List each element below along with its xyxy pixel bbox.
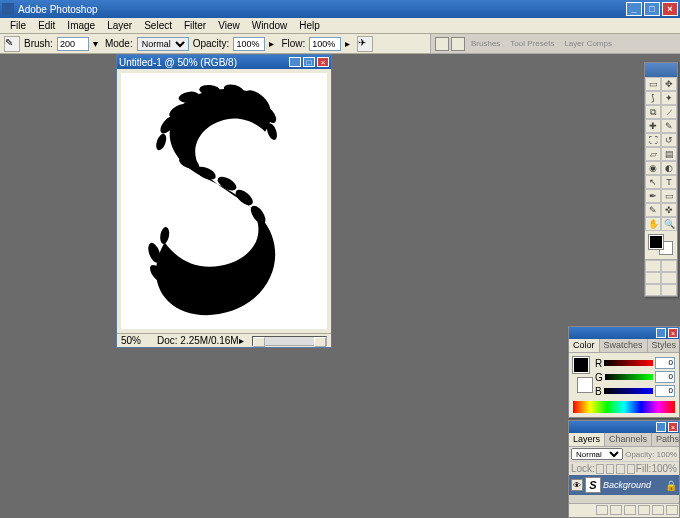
layer-row[interactable]: 👁 Background 🔒 [569, 475, 679, 495]
b-slider[interactable] [604, 388, 653, 394]
menu-view[interactable]: View [212, 20, 246, 31]
layer-visibility-icon[interactable]: 👁 [571, 479, 583, 491]
layer-style-button[interactable] [596, 505, 608, 515]
brush-size-field[interactable]: 200 [57, 37, 89, 51]
palette-well-toggle[interactable] [451, 37, 465, 51]
document-close-button[interactable]: × [317, 57, 329, 67]
tab-layers[interactable]: Layers [569, 433, 605, 446]
menu-select[interactable]: Select [138, 20, 178, 31]
screen-full-icon[interactable] [645, 284, 661, 296]
tab-paths[interactable]: Paths [652, 433, 680, 446]
color-panel-close-button[interactable]: × [668, 328, 678, 338]
layers-panel-minimize-button[interactable]: _ [656, 422, 666, 432]
foreground-color-swatch[interactable] [649, 235, 663, 249]
airbrush-toggle-icon[interactable]: ✈ [357, 36, 373, 52]
document-minimize-button[interactable]: _ [289, 57, 301, 67]
crop-tool-icon[interactable]: ⧉ [645, 105, 661, 119]
marquee-tool-icon[interactable]: ▭ [645, 77, 661, 91]
document-maximize-button[interactable]: □ [303, 57, 315, 67]
eyedropper-tool-icon[interactable]: ✜ [661, 203, 677, 217]
toolbox[interactable]: ▭ ✥ ⟆ ✦ ⧉ ⟋ ✚ ✎ ⛶ ↺ ▱ ▤ ◉ ◐ ↖ T ✒ ▭ ✎ ✜ … [644, 62, 678, 297]
menu-filter[interactable]: Filter [178, 20, 212, 31]
hand-tool-icon[interactable]: ✋ [645, 217, 661, 231]
layer-thumbnail[interactable] [585, 477, 601, 493]
r-slider[interactable] [604, 360, 653, 366]
path-select-icon[interactable]: ↖ [645, 175, 661, 189]
gradient-tool-icon[interactable]: ▤ [661, 147, 677, 161]
lock-all-icon[interactable] [627, 464, 635, 474]
fill-value[interactable]: 100% [651, 463, 677, 474]
eraser-tool-icon[interactable]: ▱ [645, 147, 661, 161]
g-value[interactable]: 0 [655, 371, 675, 383]
brush-preset-dropdown-icon[interactable]: ▾ [93, 38, 101, 49]
notes-tool-icon[interactable]: ✎ [645, 203, 661, 217]
layer-set-button[interactable] [624, 505, 636, 515]
type-tool-icon[interactable]: T [661, 175, 677, 189]
tab-color[interactable]: Color [569, 339, 600, 352]
tab-swatches[interactable]: Swatches [600, 339, 648, 352]
quickmask-mode-icon[interactable] [661, 260, 677, 272]
menu-edit[interactable]: Edit [32, 20, 61, 31]
flow-dropdown-icon[interactable]: ▸ [345, 38, 353, 49]
layer-name[interactable]: Background [603, 480, 651, 490]
layers-panel[interactable]: _ × Layers Channels Paths Normal Opacity… [568, 420, 680, 518]
stamp-tool-icon[interactable]: ⛶ [645, 133, 661, 147]
layers-panel-close-button[interactable]: × [668, 422, 678, 432]
b-value[interactable]: 0 [655, 385, 675, 397]
canvas[interactable] [121, 73, 327, 329]
blur-tool-icon[interactable]: ◉ [645, 161, 661, 175]
lock-pixels-icon[interactable] [606, 464, 614, 474]
g-slider[interactable] [605, 374, 653, 380]
tab-styles[interactable]: Styles [648, 339, 680, 352]
blend-mode-select[interactable]: Normal [137, 37, 189, 51]
horizontal-scrollbar[interactable] [252, 336, 327, 346]
window-maximize-button[interactable]: □ [644, 2, 660, 16]
menu-file[interactable]: File [4, 20, 32, 31]
shape-tool-icon[interactable]: ▭ [661, 189, 677, 203]
menu-layer[interactable]: Layer [101, 20, 138, 31]
standard-mode-icon[interactable] [645, 260, 661, 272]
tab-channels[interactable]: Channels [605, 433, 652, 446]
opacity-field[interactable]: 100% [233, 37, 265, 51]
document-window[interactable]: Untitled-1 @ 50% (RGB/8) _ □ × [116, 54, 332, 348]
opacity-dropdown-icon[interactable]: ▸ [269, 38, 277, 49]
color-panel[interactable]: _ × Color Swatches Styles R [568, 326, 680, 418]
screen-standard-icon[interactable] [645, 272, 661, 284]
lock-transparency-icon[interactable] [596, 464, 604, 474]
document-info[interactable]: Doc: 2.25M/0.16M [157, 335, 239, 346]
slice-tool-icon[interactable]: ⟋ [661, 105, 677, 119]
document-info-dropdown-icon[interactable]: ▸ [239, 335, 244, 346]
layer-blend-mode-select[interactable]: Normal [571, 448, 623, 460]
layer-mask-button[interactable] [610, 505, 622, 515]
color-bg-swatch[interactable] [577, 377, 593, 393]
pen-tool-icon[interactable]: ✒ [645, 189, 661, 203]
history-brush-icon[interactable]: ↺ [661, 133, 677, 147]
color-panel-minimize-button[interactable]: _ [656, 328, 666, 338]
screen-full-menu-icon[interactable] [661, 272, 677, 284]
menu-help[interactable]: Help [293, 20, 326, 31]
zoom-tool-icon[interactable]: 🔍 [661, 217, 677, 231]
toolbox-header[interactable] [645, 63, 677, 77]
new-layer-button[interactable] [652, 505, 664, 515]
layer-opacity-value[interactable]: 100% [657, 450, 677, 459]
palette-tab-brushes[interactable]: Brushes [467, 39, 504, 48]
file-browser-button[interactable] [435, 37, 449, 51]
adjustment-layer-button[interactable] [638, 505, 650, 515]
wand-tool-icon[interactable]: ✦ [661, 91, 677, 105]
window-minimize-button[interactable]: _ [626, 2, 642, 16]
flow-field[interactable]: 100% [309, 37, 341, 51]
lasso-tool-icon[interactable]: ⟆ [645, 91, 661, 105]
document-titlebar[interactable]: Untitled-1 @ 50% (RGB/8) _ □ × [117, 55, 331, 69]
lock-position-icon[interactable] [616, 464, 624, 474]
imageready-jump-icon[interactable] [661, 284, 677, 296]
palette-tab-layer-comps[interactable]: Layer Comps [560, 39, 616, 48]
brush-tool-icon[interactable]: ✎ [4, 36, 20, 52]
r-value[interactable]: 0 [655, 357, 675, 369]
color-ramp[interactable] [573, 401, 675, 413]
delete-layer-button[interactable] [666, 505, 678, 515]
menu-image[interactable]: Image [61, 20, 101, 31]
window-close-button[interactable]: × [662, 2, 678, 16]
menu-window[interactable]: Window [246, 20, 294, 31]
dodge-tool-icon[interactable]: ◐ [661, 161, 677, 175]
brush-tool-icon[interactable]: ✎ [661, 119, 677, 133]
